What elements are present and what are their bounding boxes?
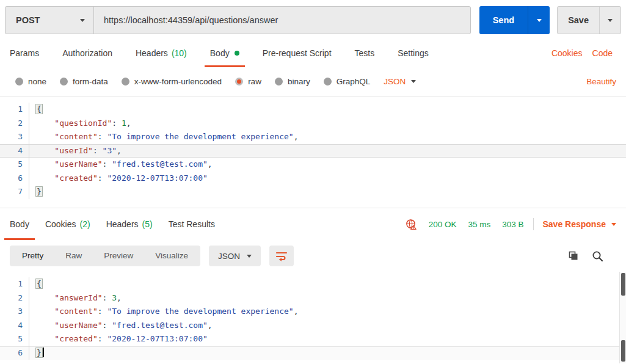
token-brace: } <box>35 186 43 197</box>
send-options-button[interactable] <box>528 6 550 34</box>
token-key: "userName" <box>54 159 102 169</box>
response-tabs: BodyCookies(2)Headers(5)Test Results <box>10 208 215 240</box>
tab-headers[interactable]: Headers(10) <box>136 39 187 67</box>
token-pun <box>35 293 54 302</box>
line-number: 2 <box>0 291 29 305</box>
tab-settings[interactable]: Settings <box>398 39 429 67</box>
response-toolbar: PrettyRawPreviewVisualize JSON <box>0 240 626 272</box>
radio-label: raw <box>248 77 261 86</box>
code-line: 2 "answerId": 3, <box>0 291 626 305</box>
token-pun: , <box>208 159 213 169</box>
token-pun <box>35 173 54 183</box>
token-pun: : <box>103 321 112 330</box>
cookies-link[interactable]: Cookies <box>551 48 583 58</box>
tab-authorization[interactable]: Authorization <box>62 39 112 67</box>
token-pun: , <box>117 293 122 302</box>
code-line: 4 "userId": "3", <box>0 144 626 158</box>
response-view-pretty[interactable]: Pretty <box>11 246 54 266</box>
code-line: 3 "content": "To improve the development… <box>0 305 626 319</box>
response-language-select[interactable]: JSON <box>209 246 261 266</box>
radio-binary-icon <box>275 78 283 86</box>
token-pun <box>35 146 54 155</box>
send-button[interactable]: Send <box>479 6 528 34</box>
body-type-x-www-form-urlencoded[interactable]: x-www-form-urlencoded <box>122 77 222 86</box>
token-pun <box>35 159 54 169</box>
token-pun <box>35 118 54 128</box>
token-str: "3" <box>103 146 117 155</box>
request-body-editor[interactable]: 1{2 "questionId": 1,3 "content": "To imp… <box>0 96 626 208</box>
line-number: 6 <box>0 172 29 186</box>
chevron-down-icon <box>411 80 416 83</box>
line-number: 4 <box>0 144 29 158</box>
body-type-binary[interactable]: binary <box>275 77 310 86</box>
body-type-raw[interactable]: raw <box>235 77 261 86</box>
code-line: 7} <box>0 185 626 199</box>
scrollbar-thumb[interactable] <box>621 340 625 362</box>
response-size: 303 B <box>502 220 523 229</box>
tab-body[interactable]: Body <box>10 208 29 240</box>
response-view-switcher: PrettyRawPreviewVisualize <box>10 246 200 266</box>
request-tabs-row: ParamsAuthorizationHeaders(10)BodyPre-re… <box>0 39 626 67</box>
scrollbar[interactable] <box>619 272 626 363</box>
tab-body[interactable]: Body <box>210 39 239 67</box>
line-number: 1 <box>0 103 29 117</box>
response-view-visualize[interactable]: Visualize <box>144 246 199 266</box>
tab-count: (5) <box>142 219 153 229</box>
tab-params[interactable]: Params <box>10 39 39 67</box>
token-str: "To improve the development experience" <box>107 132 293 141</box>
token-key: "content" <box>54 307 97 316</box>
token-pun: : <box>103 293 112 302</box>
code-line: 1{ <box>0 277 626 291</box>
response-view-raw[interactable]: Raw <box>54 246 93 266</box>
code-text: "questionId": 1, <box>29 117 131 131</box>
search-button[interactable] <box>592 250 603 262</box>
code-line: 5 "userName": "fred.test@test.com", <box>0 158 626 172</box>
save-button[interactable]: Save <box>558 7 599 34</box>
body-type-graphql[interactable]: GraphQL <box>324 77 371 86</box>
body-type-bar: noneform-datax-www-form-urlencodedrawbin… <box>0 67 626 96</box>
url-input[interactable]: https://localhost:44359/api/questions/an… <box>94 7 470 34</box>
token-str: "To improve the development experience" <box>107 307 293 316</box>
tab-headers[interactable]: Headers(5) <box>106 208 153 240</box>
raw-language-select[interactable]: JSON <box>384 77 416 86</box>
ssl-warning-icon[interactable] <box>406 219 417 230</box>
response-view-preview[interactable]: Preview <box>93 246 144 266</box>
beautify-link[interactable]: Beautify <box>586 77 616 86</box>
scrollbar-thumb[interactable] <box>621 273 625 296</box>
method-label: POST <box>16 15 80 25</box>
token-pun: , <box>294 307 299 316</box>
status-code: 200 OK <box>429 220 457 229</box>
body-type-none[interactable]: none <box>15 77 46 86</box>
token-pun <box>35 132 54 141</box>
radio-x-www-form-urlencoded-icon <box>122 78 129 86</box>
radio-raw-icon <box>235 78 243 86</box>
tab-test-results[interactable]: Test Results <box>169 208 215 240</box>
code-link[interactable]: Code <box>592 48 613 58</box>
token-pun: , <box>117 146 122 155</box>
radio-label: GraphQL <box>337 77 371 86</box>
tab-pre-request-script[interactable]: Pre-request Script <box>263 39 332 67</box>
active-tab-underline <box>205 65 245 67</box>
save-options-button[interactable] <box>600 7 621 34</box>
save-response-button[interactable]: Save Response <box>543 219 617 229</box>
response-body-editor[interactable]: 1{2 "answerId": 3,3 "content": "To impro… <box>0 272 626 363</box>
tab-label: Authorization <box>62 48 112 58</box>
response-tabs-row: BodyCookies(2)Headers(5)Test Results 200… <box>0 208 626 240</box>
tab-cookies[interactable]: Cookies(2) <box>45 208 90 240</box>
line-number: 5 <box>0 332 29 346</box>
code-text: "created": "2020-12-07T13:07:00" <box>29 332 208 346</box>
token-str: "fred.test@test.com" <box>112 159 208 169</box>
text-cursor <box>43 348 44 357</box>
code-text: { <box>29 103 43 117</box>
tab-tests[interactable]: Tests <box>355 39 375 67</box>
line-number: 6 <box>0 346 29 360</box>
tab-label: Headers <box>136 48 168 58</box>
token-num: 1 <box>122 118 126 128</box>
wrap-text-button[interactable] <box>269 246 294 266</box>
method-select[interactable]: POST <box>5 7 94 34</box>
copy-button[interactable] <box>567 250 579 262</box>
body-type-form-data[interactable]: form-data <box>60 77 108 86</box>
chevron-down-icon <box>80 19 85 22</box>
token-pun: : <box>98 334 107 343</box>
code-text: "userId": "3", <box>29 144 122 158</box>
